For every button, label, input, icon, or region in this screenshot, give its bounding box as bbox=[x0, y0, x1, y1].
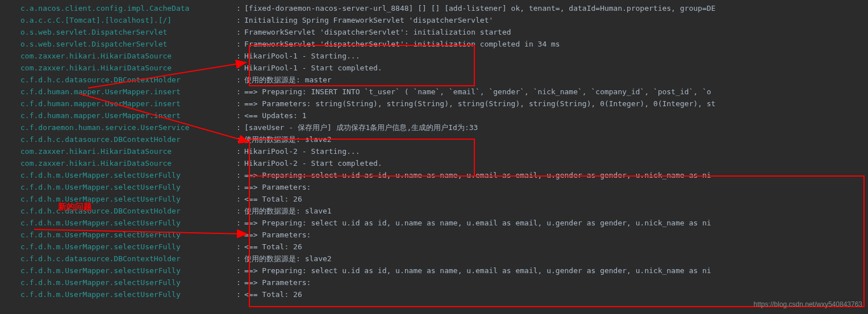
separator: : bbox=[233, 62, 244, 74]
separator: : bbox=[233, 241, 244, 253]
logger-name: c.f.d.h.m.UserMapper.selectUserFully bbox=[0, 193, 233, 205]
separator: : bbox=[233, 181, 244, 193]
separator: : bbox=[233, 133, 244, 145]
logger-name: com.zaxxer.hikari.HikariDataSource bbox=[0, 145, 233, 157]
separator: : bbox=[233, 217, 244, 229]
logger-name: c.f.d.human.mapper.UserMapper.insert bbox=[0, 98, 233, 110]
log-message: ==> Parameters: bbox=[244, 229, 868, 241]
logger-name: c.f.d.h.c.datasource.DBContextHolder bbox=[0, 253, 233, 265]
separator: : bbox=[233, 288, 244, 300]
separator: : bbox=[233, 145, 244, 157]
logger-name: c.f.d.h.m.UserMapper.selectUserFully bbox=[0, 241, 233, 253]
log-message: ==> Parameters: bbox=[244, 181, 868, 193]
separator: : bbox=[233, 98, 244, 110]
separator: : bbox=[233, 157, 244, 169]
log-line[interactable]: c.f.d.h.c.datasource.DBContextHolder:使用的… bbox=[0, 133, 868, 145]
logger-name: c.f.d.h.c.datasource.DBContextHolder bbox=[0, 205, 233, 217]
watermark: https://blog.csdn.net/wxy540843763 bbox=[754, 299, 862, 311]
logger-name: c.f.d.human.mapper.UserMapper.insert bbox=[0, 86, 233, 98]
log-line[interactable]: c.f.d.h.c.datasource.DBContextHolder:使用的… bbox=[0, 253, 868, 265]
log-message: ==> Parameters: string(String), string(S… bbox=[244, 98, 868, 110]
log-message: 使用的数据源是: slave2 bbox=[244, 133, 868, 145]
logger-name: c.f.d.h.m.UserMapper.selectUserFully bbox=[0, 229, 233, 241]
logger-name: c.f.d.h.m.UserMapper.selectUserFully bbox=[0, 265, 233, 277]
separator: : bbox=[233, 50, 244, 62]
logger-name: o.a.c.c.C.[Tomcat].[localhost].[/] bbox=[0, 14, 233, 26]
log-line[interactable]: c.f.d.h.m.UserMapper.selectUserFully:==>… bbox=[0, 265, 868, 277]
log-message: HikariPool-1 - Starting... bbox=[244, 50, 868, 62]
log-line[interactable]: o.s.web.servlet.DispatcherServlet:Framew… bbox=[0, 26, 868, 38]
log-line[interactable]: c.f.d.h.m.UserMapper.selectUserFully:<==… bbox=[0, 241, 868, 253]
log-line[interactable]: com.zaxxer.hikari.HikariDataSource:Hikar… bbox=[0, 157, 868, 169]
log-message: ==> Preparing: select u.id as id, u.name… bbox=[244, 265, 868, 277]
log-console[interactable]: c.a.nacos.client.config.impl.CacheData:[… bbox=[0, 0, 868, 303]
log-message: ==> Preparing: select u.id as id, u.name… bbox=[244, 217, 868, 229]
log-line[interactable]: c.f.d.h.m.UserMapper.selectUserFully:==>… bbox=[0, 229, 868, 241]
log-line[interactable]: c.f.d.human.mapper.UserMapper.insert:==>… bbox=[0, 86, 868, 98]
separator: : bbox=[233, 229, 244, 241]
log-message: 使用的数据源是: slave2 bbox=[244, 253, 868, 265]
log-message: HikariPool-1 - Start completed. bbox=[244, 62, 868, 74]
log-message: ==> Preparing: select u.id as id, u.name… bbox=[244, 169, 868, 181]
log-line[interactable]: c.f.d.human.mapper.UserMapper.insert:<==… bbox=[0, 110, 868, 122]
log-line[interactable]: c.f.d.human.mapper.UserMapper.insert:==>… bbox=[0, 98, 868, 110]
logger-name: c.a.nacos.client.config.impl.CacheData bbox=[0, 2, 233, 14]
log-line[interactable]: com.zaxxer.hikari.HikariDataSource:Hikar… bbox=[0, 50, 868, 62]
logger-name: c.f.d.h.m.UserMapper.selectUserFully bbox=[0, 277, 233, 288]
log-message: <== Total: 26 bbox=[244, 241, 868, 253]
separator: : bbox=[233, 205, 244, 217]
separator: : bbox=[233, 122, 244, 133]
separator: : bbox=[233, 14, 244, 26]
log-line[interactable]: c.f.d.h.m.UserMapper.selectUserFully:<==… bbox=[0, 193, 868, 205]
logger-name: o.s.web.servlet.DispatcherServlet bbox=[0, 26, 233, 38]
log-line[interactable]: o.s.web.servlet.DispatcherServlet:Framew… bbox=[0, 38, 868, 50]
separator: : bbox=[233, 2, 244, 14]
logger-name: c.f.d.human.mapper.UserMapper.insert bbox=[0, 110, 233, 122]
separator: : bbox=[233, 86, 244, 98]
log-line[interactable]: c.f.d.h.c.datasource.DBContextHolder:使用的… bbox=[0, 205, 868, 217]
log-line[interactable]: c.f.doraemon.human.service.UserService:[… bbox=[0, 122, 868, 133]
log-message: HikariPool-2 - Starting... bbox=[244, 145, 868, 157]
logger-name: com.zaxxer.hikari.HikariDataSource bbox=[0, 50, 233, 62]
log-line[interactable]: c.a.nacos.client.config.impl.CacheData:[… bbox=[0, 2, 868, 14]
logger-name: com.zaxxer.hikari.HikariDataSource bbox=[0, 62, 233, 74]
log-line[interactable]: com.zaxxer.hikari.HikariDataSource:Hikar… bbox=[0, 62, 868, 74]
log-message: [saveUser - 保存用户] 成功保存1条用户信息,生成的用户Id为:33 bbox=[244, 122, 868, 133]
separator: : bbox=[233, 277, 244, 288]
separator: : bbox=[233, 193, 244, 205]
logger-name: c.f.d.h.m.UserMapper.selectUserFully bbox=[0, 169, 233, 181]
separator: : bbox=[233, 26, 244, 38]
log-message: <== Total: 26 bbox=[244, 193, 868, 205]
log-message: ==> Preparing: INSERT INTO `t_user` ( `n… bbox=[244, 86, 868, 98]
log-line[interactable]: c.f.d.h.m.UserMapper.selectUserFully:==>… bbox=[0, 277, 868, 288]
log-message: HikariPool-2 - Start completed. bbox=[244, 157, 868, 169]
log-line[interactable]: c.f.d.h.c.datasource.DBContextHolder:使用的… bbox=[0, 74, 868, 86]
log-line[interactable]: c.f.d.h.m.UserMapper.selectUserFully:<==… bbox=[0, 288, 868, 300]
logger-name: c.f.d.h.c.datasource.DBContextHolder bbox=[0, 74, 233, 86]
log-line[interactable]: c.f.d.h.m.UserMapper.selectUserFully:==>… bbox=[0, 217, 868, 229]
logger-name: c.f.d.h.m.UserMapper.selectUserFully bbox=[0, 288, 233, 300]
log-message: FrameworkServlet 'dispatcherServlet': in… bbox=[244, 26, 868, 38]
logger-name: c.f.doraemon.human.service.UserService bbox=[0, 122, 233, 133]
logger-name: c.f.d.h.m.UserMapper.selectUserFully bbox=[0, 217, 233, 229]
log-message: Initializing Spring FrameworkServlet 'di… bbox=[244, 14, 868, 26]
log-message: 使用的数据源是: master bbox=[244, 74, 868, 86]
log-message: 使用的数据源是: slave1 bbox=[244, 205, 868, 217]
log-message: <== Updates: 1 bbox=[244, 110, 868, 122]
log-line[interactable]: c.f.d.h.m.UserMapper.selectUserFully:==>… bbox=[0, 169, 868, 181]
separator: : bbox=[233, 265, 244, 277]
log-line[interactable]: com.zaxxer.hikari.HikariDataSource:Hikar… bbox=[0, 145, 868, 157]
separator: : bbox=[233, 253, 244, 265]
logger-name: o.s.web.servlet.DispatcherServlet bbox=[0, 38, 233, 50]
logger-name: c.f.d.h.m.UserMapper.selectUserFully bbox=[0, 181, 233, 193]
log-line[interactable]: o.a.c.c.C.[Tomcat].[localhost].[/]:Initi… bbox=[0, 14, 868, 26]
log-message: [fixed-doraemon-nacos-server-url_8848] [… bbox=[244, 2, 868, 14]
separator: : bbox=[233, 169, 244, 181]
separator: : bbox=[233, 110, 244, 122]
logger-name: c.f.d.h.c.datasource.DBContextHolder bbox=[0, 133, 233, 145]
log-line[interactable]: c.f.d.h.m.UserMapper.selectUserFully:==>… bbox=[0, 181, 868, 193]
log-message: ==> Parameters: bbox=[244, 277, 868, 288]
separator: : bbox=[233, 74, 244, 86]
logger-name: com.zaxxer.hikari.HikariDataSource bbox=[0, 157, 233, 169]
separator: : bbox=[233, 38, 244, 50]
